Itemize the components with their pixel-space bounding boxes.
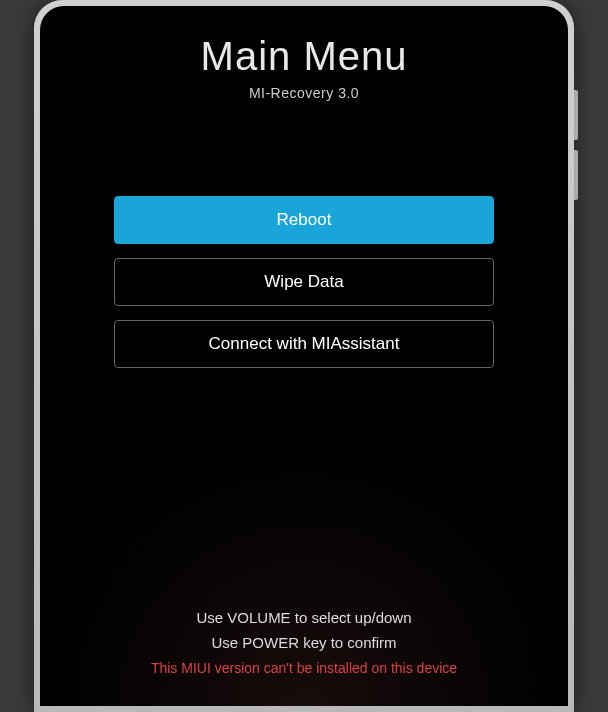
error-message: This MIUI version can't be installed on …	[151, 660, 457, 676]
menu-item-label: Wipe Data	[264, 272, 343, 292]
main-menu: Reboot Wipe Data Connect with MIAssistan…	[80, 196, 528, 368]
page-title: Main Menu	[201, 34, 408, 79]
volume-up-button[interactable]	[574, 90, 578, 140]
footer: Use VOLUME to select up/down Use POWER k…	[40, 607, 568, 676]
menu-item-label: Reboot	[277, 210, 332, 230]
reboot-option[interactable]: Reboot	[114, 196, 494, 244]
volume-down-button[interactable]	[574, 150, 578, 200]
wipe-data-option[interactable]: Wipe Data	[114, 258, 494, 306]
connect-miassistant-option[interactable]: Connect with MIAssistant	[114, 320, 494, 368]
recovery-screen: Main Menu MI-Recovery 3.0 Reboot Wipe Da…	[40, 6, 568, 706]
power-hint: Use POWER key to confirm	[211, 632, 396, 655]
page-subtitle: MI-Recovery 3.0	[249, 85, 359, 101]
menu-item-label: Connect with MIAssistant	[209, 334, 400, 354]
phone-frame: Main Menu MI-Recovery 3.0 Reboot Wipe Da…	[34, 0, 574, 712]
volume-hint: Use VOLUME to select up/down	[196, 607, 411, 630]
